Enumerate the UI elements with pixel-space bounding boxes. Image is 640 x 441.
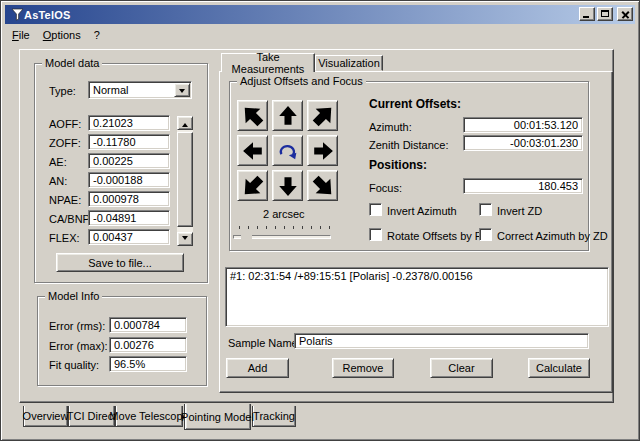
save-to-file-label: Save to file...: [88, 257, 152, 269]
offset-reset-button[interactable]: [272, 135, 303, 166]
close-button[interactable]: [617, 7, 633, 21]
arrow-up-icon: [277, 105, 299, 127]
tab-pointing-model-label: Pointing Model: [181, 411, 254, 423]
zoff-field[interactable]: [88, 134, 170, 150]
remove-label: Remove: [343, 362, 384, 374]
app-icon: [11, 8, 24, 21]
aoff-label: AOFF:: [49, 118, 81, 130]
cabnp-field[interactable]: [88, 210, 170, 226]
rotate-offsets-checkbox[interactable]: [369, 228, 382, 241]
measurements-listbox[interactable]: #1: 02:31:54 /+89:15:51 [Polaris] -0.237…: [225, 267, 609, 327]
tab-take-measurements-label: Take Measurements: [222, 51, 314, 75]
offset-right-button[interactable]: [307, 135, 338, 166]
focus-label: Focus:: [369, 182, 402, 194]
clear-label: Clear: [448, 362, 474, 374]
tab-visualization-label: Visualization: [318, 57, 380, 69]
invert-zd-label: Invert ZD: [497, 205, 542, 217]
offset-left-button[interactable]: [237, 135, 268, 166]
remove-button[interactable]: Remove: [332, 358, 394, 378]
model-data-title: Model data: [42, 57, 102, 69]
invert-zd-checkbox[interactable]: [479, 203, 492, 216]
fit-quality-label: Fit quality:: [49, 359, 99, 371]
scroll-up-icon: [182, 120, 188, 127]
save-to-file-button[interactable]: Save to file...: [56, 253, 184, 272]
sample-name-label: Sample Name:: [228, 337, 301, 349]
error-rms-label: Error (rms):: [49, 320, 105, 332]
maximize-button[interactable]: [597, 7, 613, 21]
tab-tracking[interactable]: Tracking: [252, 406, 296, 427]
cabnp-label: CA/BNP:: [49, 213, 93, 225]
tab-tci-direct[interactable]: TCI Direct: [68, 406, 115, 427]
tab-take-measurements[interactable]: Take Measurements: [221, 53, 315, 72]
scroll-down-icon: [182, 236, 188, 243]
scroll-up-button[interactable]: [177, 116, 193, 130]
correct-azimuth-checkbox[interactable]: [479, 228, 492, 241]
add-button[interactable]: Add: [226, 358, 289, 378]
offset-up-left-button[interactable]: [237, 100, 268, 131]
type-label: Type:: [49, 85, 76, 97]
rotate-offsets-label: Rotate Offsets by PA: [387, 230, 489, 242]
offset-down-button[interactable]: [272, 170, 303, 201]
sample-name-input[interactable]: [294, 333, 589, 349]
offset-up-right-button[interactable]: [307, 100, 338, 131]
type-value: Normal: [93, 84, 128, 96]
model-data-scrollbar[interactable]: [177, 116, 193, 246]
add-label: Add: [248, 362, 268, 374]
calculate-button[interactable]: Calculate: [528, 358, 590, 378]
adjust-offsets-title: Adjust Offsets and Focus: [237, 75, 366, 87]
minimize-icon: [583, 16, 589, 18]
current-offsets-title: Current Offsets:: [369, 98, 461, 110]
rotate-arrow-icon: [277, 140, 299, 162]
title-bar: AsTelOS: [5, 5, 635, 24]
tab-move-telescope[interactable]: Move Telescope: [115, 406, 183, 427]
scroll-down-button[interactable]: [177, 232, 193, 246]
error-max-label: Error (max):: [49, 340, 108, 352]
step-size-label: 2 arcsec: [263, 208, 305, 220]
clear-button[interactable]: Clear: [430, 358, 493, 378]
menu-options[interactable]: Options: [37, 27, 88, 43]
zenith-distance-label: Zenith Distance:: [369, 139, 448, 151]
model-info-title: Model Info: [45, 290, 102, 302]
arrow-up-left-icon: [234, 97, 271, 134]
npae-field[interactable]: [88, 191, 170, 207]
tab-overview[interactable]: Overview: [23, 406, 68, 427]
an-label: AN:: [49, 175, 67, 187]
error-max-field[interactable]: [109, 337, 187, 353]
tab-visualization[interactable]: Visualization: [315, 55, 383, 71]
invert-azimuth-checkbox[interactable]: [369, 203, 382, 216]
window-title: AsTelOS: [24, 9, 70, 21]
calculate-label: Calculate: [536, 362, 582, 374]
close-icon: [621, 10, 629, 18]
flex-field[interactable]: [88, 229, 170, 245]
minimize-button[interactable]: [579, 7, 595, 21]
tab-move-telescope-label: Move Telescope: [109, 410, 188, 422]
type-dropdown[interactable]: Normal: [88, 81, 192, 99]
zoff-label: ZOFF:: [49, 137, 81, 149]
offset-down-left-button[interactable]: [237, 170, 268, 201]
focus-field[interactable]: [463, 178, 583, 194]
error-rms-field[interactable]: [109, 317, 187, 333]
offset-up-button[interactable]: [272, 100, 303, 131]
offset-down-right-button[interactable]: [307, 170, 338, 201]
an-field[interactable]: [88, 172, 170, 188]
menu-file[interactable]: File: [6, 27, 37, 43]
correct-azimuth-label: Correct Azimuth by ZD: [497, 230, 608, 242]
ae-field[interactable]: [88, 153, 170, 169]
tab-pointing-model[interactable]: Pointing Model: [184, 404, 251, 430]
npae-label: NPAE:: [49, 194, 81, 206]
invert-azimuth-label: Invert Azimuth: [387, 205, 457, 217]
flex-label: FLEX:: [49, 232, 80, 244]
menu-help[interactable]: ?: [88, 27, 107, 43]
type-dropdown-button[interactable]: [174, 83, 190, 97]
scrollbar-thumb[interactable]: [177, 132, 193, 227]
tab-tracking-label: Tracking: [253, 410, 295, 422]
tab-overview-label: Overview: [23, 410, 69, 422]
zenith-distance-field[interactable]: [463, 135, 583, 151]
menu-bar: File Options ?: [6, 26, 634, 44]
azimuth-offset-field[interactable]: [463, 117, 583, 133]
measurement-item[interactable]: #1: 02:31:54 /+89:15:51 [Polaris] -0.237…: [226, 268, 608, 284]
arrow-left-icon: [242, 140, 264, 162]
azimuth-label: Azimuth:: [369, 121, 412, 133]
aoff-field[interactable]: [88, 115, 170, 131]
fit-quality-field[interactable]: [109, 356, 187, 372]
